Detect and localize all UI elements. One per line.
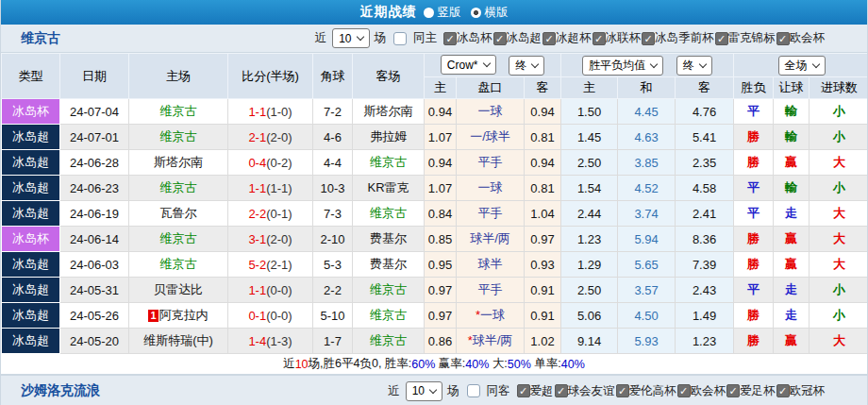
summary-segment: 单率: bbox=[531, 356, 561, 372]
handicap-value: 一球 bbox=[478, 104, 503, 118]
wdl-result-cell: 勝 bbox=[734, 303, 774, 329]
cup-filter-checkbox[interactable]: ✓ bbox=[542, 32, 556, 45]
cup-filter-checkbox[interactable]: ✓ bbox=[776, 384, 790, 397]
handicap-result: 輸 bbox=[785, 129, 797, 143]
corner-cell: 7-3 bbox=[313, 201, 353, 227]
avg-draw-cell: 4.52 bbox=[618, 176, 676, 201]
away-team-name: 弗拉姆 bbox=[370, 129, 407, 143]
same-venue-checkbox[interactable] bbox=[467, 384, 480, 397]
match-count-select[interactable]: 10 bbox=[332, 28, 369, 48]
avg-stage-select[interactable]: 终 bbox=[676, 56, 712, 76]
away-team-name: 斯塔尔南 bbox=[364, 104, 413, 118]
chevron-down-icon bbox=[356, 33, 363, 41]
cup-filter-label: 冰岛超 bbox=[507, 30, 542, 46]
avg-away-cell: 1.23 bbox=[676, 329, 734, 354]
home-odds-cell: 1.07 bbox=[425, 125, 457, 150]
cup-filter-checkbox[interactable]: ✓ bbox=[517, 384, 530, 397]
wdl-result-cell: 勝 bbox=[734, 227, 774, 252]
handicap-result-cell: 贏 bbox=[774, 150, 810, 176]
handicap-value: 平手 bbox=[478, 206, 503, 220]
home-team-cell: 维京古 bbox=[129, 125, 228, 150]
same-venue-checkbox[interactable] bbox=[393, 32, 407, 45]
games-label: 场 bbox=[447, 383, 459, 399]
avg-away-cell: 2.35 bbox=[676, 150, 734, 176]
avg-type-select-value: 胜平负均值 bbox=[589, 58, 645, 74]
avg-draw-cell: 5.65 bbox=[618, 252, 676, 278]
halftime-score: (0-0) bbox=[266, 309, 292, 323]
cup-filter-checkbox[interactable]: ✓ bbox=[593, 32, 606, 45]
bookmaker-select[interactable]: Crow* bbox=[441, 55, 496, 75]
wdl-result-cell: 勝 bbox=[734, 125, 774, 150]
halftime-score: (2-1) bbox=[266, 258, 292, 272]
home-team-cell: 贝雷达比 bbox=[129, 278, 228, 303]
home-team-cell: 瓦鲁尔 bbox=[129, 201, 228, 227]
cup-filter-checkbox[interactable]: ✓ bbox=[677, 384, 691, 397]
home-odds-cell: 0.94 bbox=[425, 150, 457, 176]
home-odds-cell: 0.86 bbox=[425, 329, 457, 354]
goals-result-cell: 小 bbox=[810, 303, 868, 329]
wdl-result-cell: 勝 bbox=[734, 252, 774, 278]
halftime-score: (1-0) bbox=[266, 105, 292, 119]
games-label: 场 bbox=[375, 30, 387, 46]
handicap-result: 走 bbox=[785, 308, 797, 322]
near-label: 近 bbox=[315, 30, 327, 46]
away-odds-cell: 1.04 bbox=[525, 201, 561, 227]
radio-button-icon[interactable] bbox=[424, 8, 434, 18]
home-odds-cell: 0.85 bbox=[425, 227, 457, 252]
cup-filter-checkbox[interactable]: ✓ bbox=[776, 32, 790, 45]
match-date-cell: 24-05-31 bbox=[60, 278, 129, 303]
match-count-select[interactable]: 10 bbox=[406, 381, 442, 401]
away-team-cell: 费基尔 bbox=[353, 227, 425, 252]
cup-filter-checkbox[interactable]: ✓ bbox=[726, 384, 740, 397]
col-header-date: 日期 bbox=[60, 54, 129, 99]
match-row: 冰岛超24-07-01维京古2-1(2-0)4-6弗拉姆1.07一/球半0.81… bbox=[2, 125, 868, 150]
home-team-name: 维京古 bbox=[160, 104, 197, 118]
chevron-down-icon bbox=[531, 60, 539, 68]
fulltime-score: 1-1 bbox=[248, 283, 266, 297]
away-team-cell: 维京古 bbox=[353, 278, 425, 303]
cup-filter-checkbox[interactable]: ✓ bbox=[443, 32, 457, 45]
cup-filter-checkbox[interactable]: ✓ bbox=[715, 32, 728, 45]
wdl-result: 勝 bbox=[747, 333, 760, 347]
wdl-result-cell: 平 bbox=[734, 176, 774, 201]
avg-draw-cell: 3.85 bbox=[618, 150, 676, 176]
same-venue-label: 同客 bbox=[487, 383, 510, 399]
avg-home-cell: 1.50 bbox=[561, 99, 618, 125]
match-row: 冰岛超24-06-23维京古1-1(1-1)10-3KR雷克1.07一球0.81… bbox=[2, 176, 868, 201]
cup-filter-checkbox[interactable]: ✓ bbox=[616, 384, 629, 397]
odds-stage-select[interactable]: 终 bbox=[509, 56, 544, 76]
match-type-cell: 冰岛超 bbox=[2, 278, 60, 303]
radio-button-icon[interactable] bbox=[471, 8, 481, 18]
home-team-name: 维京古 bbox=[160, 129, 197, 143]
away-odds-cell: 0.94 bbox=[525, 150, 561, 176]
away-team-cell: 维京古 bbox=[353, 329, 425, 354]
summary-segment: 50% bbox=[508, 358, 531, 371]
away-odds-cell: 0.94 bbox=[525, 99, 561, 125]
match-row: 冰岛超24-05-20维斯特瑞(中)1-4(1-3)1-7维京古0.86*球半/… bbox=[2, 329, 868, 354]
fulltime-score: 1-1 bbox=[248, 181, 266, 195]
corner-cell: 4-6 bbox=[313, 125, 353, 150]
cup-filter-checkbox[interactable]: ✓ bbox=[493, 32, 507, 45]
halftime-score: (0-0) bbox=[266, 283, 292, 297]
match-scope-select-value: 全场 bbox=[785, 58, 808, 74]
match-scope-select[interactable]: 全场 bbox=[778, 56, 826, 76]
cup-filter-label: 冰岛杯 bbox=[457, 30, 492, 46]
match-date-cell: 24-07-01 bbox=[60, 125, 129, 150]
avg-home-cell: 9.14 bbox=[561, 329, 618, 354]
match-date-cell: 24-06-14 bbox=[60, 227, 129, 252]
avg-type-select[interactable]: 胜平负均值 bbox=[582, 56, 663, 76]
layout-radio-option: 竖版 bbox=[424, 5, 461, 21]
halftime-score: (0-2) bbox=[266, 156, 292, 170]
cup-filter-checkbox[interactable]: ✓ bbox=[555, 384, 568, 397]
layout-radio-label: 横版 bbox=[485, 5, 509, 21]
handicap-result-cell: 贏 bbox=[774, 329, 810, 354]
score-cell: 1-1(0-0) bbox=[228, 278, 313, 303]
away-team-name: 维京古 bbox=[370, 333, 407, 347]
summary-segment: 场,胜6平4负0, 胜率: bbox=[309, 356, 412, 372]
match-date-cell: 24-05-26 bbox=[60, 303, 129, 329]
cup-filter-label: 冰岛季前杯 bbox=[655, 30, 714, 46]
corner-cell: 7-2 bbox=[313, 99, 353, 125]
col-header-score: 比分(半场) bbox=[228, 54, 313, 99]
cup-filter-checkbox[interactable]: ✓ bbox=[642, 32, 655, 45]
col-header-avg-home: 主 bbox=[561, 77, 618, 99]
